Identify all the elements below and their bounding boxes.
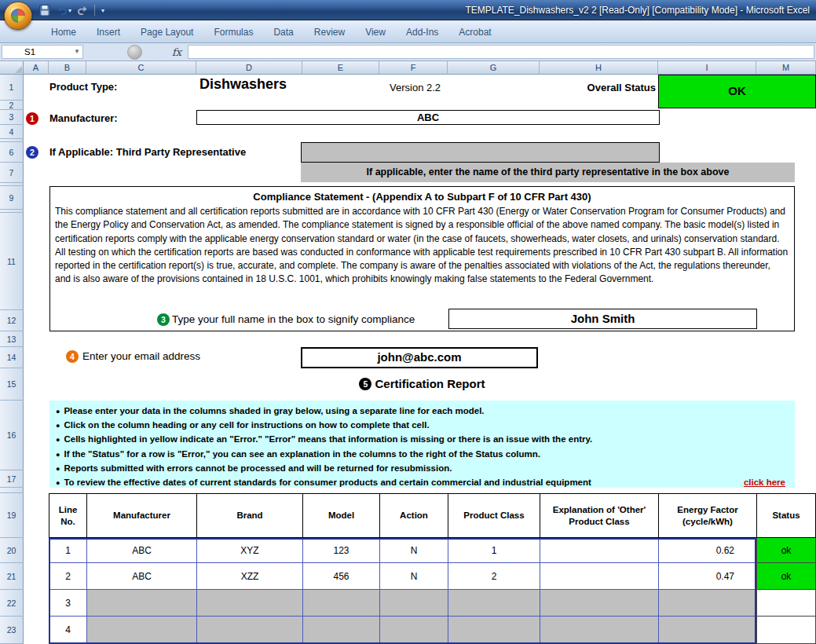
- col-header-action[interactable]: Action: [379, 493, 448, 538]
- row-header[interactable]: 17: [0, 470, 24, 488]
- full-name-input[interactable]: John Smith: [448, 309, 757, 329]
- ribbon-tab-add-ins[interactable]: Add-Ins: [396, 22, 448, 42]
- name-box[interactable]: S1 ▼: [2, 45, 83, 59]
- cell-manufacturer[interactable]: [86, 617, 196, 644]
- cell-energy-factor[interactable]: [658, 617, 756, 644]
- row-header[interactable]: 16: [0, 401, 24, 470]
- undo-button[interactable]: ▾: [54, 4, 73, 16]
- row-header[interactable]: 3: [0, 110, 24, 125]
- row-header[interactable]: 7: [0, 163, 24, 183]
- ribbon-tab-home[interactable]: Home: [41, 22, 86, 42]
- ribbon-tab-page-layout[interactable]: Page Layout: [130, 22, 203, 42]
- ribbon-tab-insert[interactable]: Insert: [86, 22, 130, 42]
- cell-model[interactable]: 123: [302, 538, 379, 563]
- formula-input[interactable]: [188, 45, 814, 59]
- col-header-brand[interactable]: Brand: [196, 493, 302, 538]
- row-header[interactable]: 14: [0, 347, 24, 368]
- column-header-b[interactable]: B: [49, 61, 86, 75]
- cell-status[interactable]: ok: [756, 538, 816, 563]
- cell-line-no[interactable]: 3: [49, 590, 86, 617]
- cell-line-no[interactable]: 4: [49, 617, 86, 644]
- cell-line-no[interactable]: 1: [49, 538, 86, 563]
- row-header[interactable]: 22: [0, 590, 24, 617]
- cell-explanation[interactable]: [540, 617, 658, 644]
- third-party-input[interactable]: [301, 142, 660, 163]
- column-header-d[interactable]: D: [196, 61, 302, 75]
- cell-energy-factor[interactable]: 0.47: [658, 563, 756, 590]
- cell-model[interactable]: 456: [302, 563, 379, 590]
- row-header[interactable]: 1: [0, 75, 24, 101]
- cell-product-class[interactable]: 1: [448, 538, 540, 563]
- cell-product-class[interactable]: [448, 617, 540, 644]
- row-header[interactable]: 12: [0, 310, 24, 331]
- col-header-product-class[interactable]: Product Class: [448, 493, 540, 538]
- cell-product-class[interactable]: 2: [448, 563, 540, 590]
- column-header-e[interactable]: E: [302, 61, 379, 75]
- column-header-g[interactable]: G: [448, 61, 540, 75]
- row-header[interactable]: 4: [0, 125, 24, 139]
- select-all-corner[interactable]: [0, 61, 24, 75]
- row-header[interactable]: 23: [0, 617, 24, 644]
- cell-brand[interactable]: XZZ: [196, 563, 302, 590]
- cell-line-no[interactable]: 2: [49, 563, 86, 590]
- cell-energy-factor[interactable]: 0.62: [658, 538, 756, 563]
- chevron-down-icon[interactable]: ▼: [74, 48, 80, 55]
- office-button[interactable]: [4, 2, 32, 30]
- cell-status[interactable]: [756, 590, 816, 617]
- ribbon-tab-acrobat[interactable]: Acrobat: [448, 22, 501, 42]
- customize-qat-button[interactable]: ▾: [99, 6, 106, 15]
- row-header[interactable]: 9: [0, 186, 24, 210]
- row-header[interactable]: 6: [0, 142, 24, 163]
- cell-model[interactable]: [302, 617, 379, 644]
- save-button[interactable]: [38, 4, 52, 16]
- email-input[interactable]: john@abc.com: [301, 347, 538, 368]
- cell-action[interactable]: N: [379, 538, 448, 563]
- cell-action[interactable]: N: [379, 563, 448, 590]
- cell-manufacturer[interactable]: ABC: [86, 538, 196, 563]
- ribbon-tab-data[interactable]: Data: [263, 22, 303, 42]
- column-header-a[interactable]: A: [24, 61, 49, 75]
- row-header[interactable]: 21: [0, 563, 24, 590]
- ribbon-tab-review[interactable]: Review: [304, 22, 355, 42]
- redo-button[interactable]: [75, 4, 90, 16]
- row-header[interactable]: 2: [0, 101, 24, 110]
- col-header-model[interactable]: Model: [302, 493, 379, 538]
- column-header-c[interactable]: C: [86, 61, 196, 75]
- column-header-h[interactable]: H: [540, 61, 658, 75]
- cell-status[interactable]: ok: [756, 563, 816, 590]
- cell-manufacturer[interactable]: ABC: [86, 563, 196, 590]
- col-header-manufacturer[interactable]: Manufacturer: [86, 493, 196, 538]
- cell-brand[interactable]: [196, 617, 302, 644]
- row-header[interactable]: 15: [0, 368, 24, 401]
- cell-action[interactable]: [379, 617, 448, 644]
- col-header-explanation[interactable]: Explanation of 'Other' Product Class: [540, 493, 658, 538]
- ribbon-tab-view[interactable]: View: [355, 22, 396, 42]
- insert-function-icon[interactable]: fx: [172, 46, 181, 58]
- cell-action[interactable]: [379, 590, 448, 617]
- cell-brand[interactable]: XYZ: [196, 538, 302, 563]
- col-header-energy-factor[interactable]: Energy Factor (cycle/kWh): [658, 493, 756, 538]
- col-header-status[interactable]: Status: [756, 493, 816, 538]
- row-header[interactable]: 11: [0, 213, 24, 310]
- cell-brand[interactable]: [196, 590, 302, 617]
- manufacturer-input[interactable]: ABC: [196, 110, 660, 125]
- click-here-link[interactable]: click here: [744, 476, 789, 489]
- column-header-i[interactable]: I: [658, 61, 756, 75]
- row-header[interactable]: 19: [0, 493, 24, 538]
- cell-energy-factor[interactable]: [658, 590, 756, 617]
- col-header-line-no[interactable]: Line No.: [49, 493, 86, 538]
- ribbon-tab-formulas[interactable]: Formulas: [203, 22, 263, 42]
- column-header-m[interactable]: M: [756, 61, 816, 75]
- cell-manufacturer[interactable]: [86, 590, 196, 617]
- cell-explanation[interactable]: [540, 563, 658, 590]
- cell-explanation[interactable]: [540, 538, 658, 563]
- cell-status[interactable]: [756, 617, 816, 644]
- cell-product-class[interactable]: [448, 590, 540, 617]
- row-header[interactable]: [0, 488, 24, 493]
- cell-model[interactable]: [302, 590, 379, 617]
- row-header[interactable]: 13: [0, 331, 24, 347]
- cell-explanation[interactable]: [540, 590, 658, 617]
- column-header-f[interactable]: F: [379, 61, 448, 75]
- row-header[interactable]: 20: [0, 538, 24, 563]
- formula-bar-button[interactable]: [127, 45, 142, 60]
